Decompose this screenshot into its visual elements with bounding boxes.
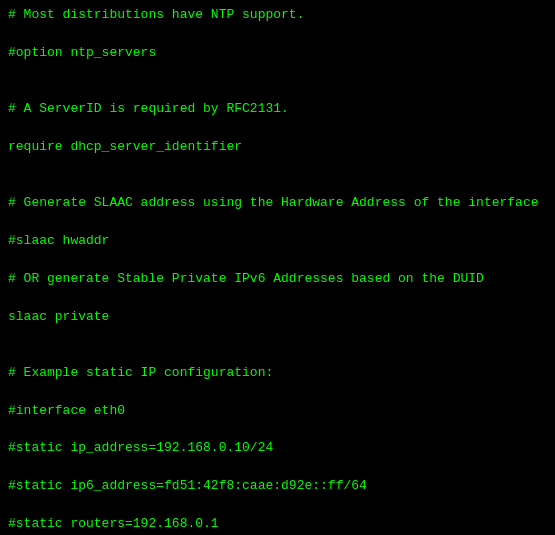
terminal-line: #slaac hwaddr: [8, 232, 547, 251]
terminal-line: #static routers=192.168.0.1: [8, 515, 547, 534]
terminal-line: #interface eth0: [8, 402, 547, 421]
terminal-window[interactable]: # Most distributions have NTP support. #…: [0, 0, 555, 535]
terminal-line: slaac private: [8, 308, 547, 327]
terminal-line: # Most distributions have NTP support.: [8, 6, 547, 25]
terminal-line: #static ip_address=192.168.0.10/24: [8, 439, 547, 458]
terminal-line: #option ntp_servers: [8, 44, 547, 63]
terminal-line: # A ServerID is required by RFC2131.: [8, 100, 547, 119]
terminal-line: require dhcp_server_identifier: [8, 138, 547, 157]
terminal-line: # Example static IP configuration:: [8, 364, 547, 383]
terminal-line: #static ip6_address=fd51:42f8:caae:d92e:…: [8, 477, 547, 496]
terminal-line: # OR generate Stable Private IPv6 Addres…: [8, 270, 547, 289]
terminal-line: # Generate SLAAC address using the Hardw…: [8, 194, 547, 213]
